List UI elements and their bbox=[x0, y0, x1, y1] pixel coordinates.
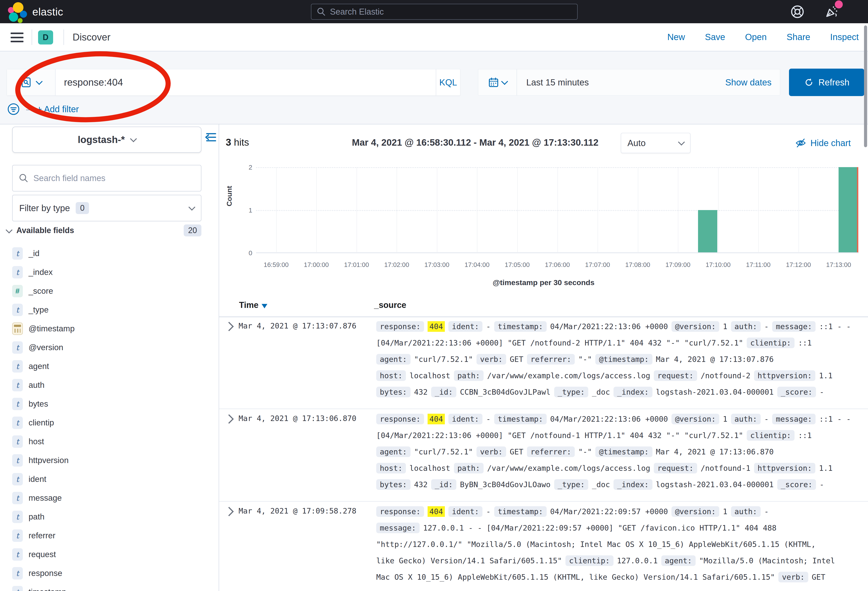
field-name: response bbox=[28, 569, 62, 578]
field-name: clientip bbox=[28, 418, 54, 427]
field-badge: _type: bbox=[554, 479, 589, 490]
field-name: @timestamp bbox=[28, 324, 75, 333]
field-item-_score[interactable]: #_score bbox=[12, 282, 211, 300]
field-item-referrer[interactable]: treferrer bbox=[12, 526, 211, 545]
field-badge: httpversion: bbox=[754, 463, 816, 473]
nav-action-new[interactable]: New bbox=[667, 32, 685, 42]
collapse-sidebar-icon[interactable] bbox=[204, 131, 217, 144]
field-value: /notfound-2 bbox=[701, 371, 750, 380]
field-item-clientip[interactable]: tclientip bbox=[12, 413, 211, 432]
highlighted-value: 404 bbox=[428, 506, 444, 517]
text-type-icon: t bbox=[12, 398, 23, 410]
text-type-icon: t bbox=[12, 266, 23, 278]
field-value: 1 bbox=[723, 415, 727, 423]
elastic-brand: elastic bbox=[6, 1, 63, 22]
field-search-box[interactable] bbox=[12, 165, 201, 192]
help-icon[interactable] bbox=[790, 4, 805, 19]
field-name: host bbox=[28, 437, 44, 446]
field-item-request[interactable]: trequest bbox=[12, 545, 211, 564]
query-input[interactable]: response:404 bbox=[56, 77, 436, 88]
field-item-timestamp[interactable]: ttimestamp bbox=[12, 582, 211, 591]
field-item-_id[interactable]: t_id bbox=[12, 244, 211, 263]
histogram-bar-17:09:30[interactable] bbox=[698, 210, 717, 253]
field-item-@version[interactable]: t@version bbox=[12, 338, 211, 357]
field-item-ident[interactable]: tident bbox=[12, 470, 211, 489]
field-item-@timestamp[interactable]: @timestamp bbox=[12, 319, 211, 338]
field-item-bytes[interactable]: tbytes bbox=[12, 394, 211, 413]
column-source: _source bbox=[374, 300, 406, 310]
newsfeed-icon[interactable] bbox=[824, 4, 839, 19]
nav-action-share[interactable]: Share bbox=[787, 32, 810, 42]
index-pattern-select[interactable]: logstash-* bbox=[12, 127, 201, 153]
row-timestamp: Mar 4, 2021 @ 17:13:06.870 bbox=[239, 414, 356, 423]
expand-row-icon[interactable] bbox=[224, 414, 234, 424]
field-search-input[interactable] bbox=[33, 174, 195, 183]
field-name: path bbox=[28, 512, 44, 522]
page-title: Discover bbox=[72, 32, 111, 43]
time-range-value[interactable]: Last 15 minutes bbox=[526, 77, 589, 87]
field-item-_index[interactable]: t_index bbox=[12, 263, 211, 282]
field-item-path[interactable]: tpath bbox=[12, 507, 211, 526]
expand-row-icon[interactable] bbox=[224, 507, 234, 516]
text-type-icon: t bbox=[12, 511, 23, 523]
field-item-_type[interactable]: t_type bbox=[12, 300, 211, 319]
field-value: 1 bbox=[723, 322, 727, 331]
available-fields-header[interactable]: Available fields 20 bbox=[7, 225, 206, 236]
field-badge: auth: bbox=[731, 414, 761, 424]
filter-bar: – + Add filter bbox=[7, 102, 79, 116]
field-value: 432 bbox=[414, 480, 428, 489]
histogram-chart[interactable]: Count @timestamp per 30 seconds 01216:59… bbox=[219, 155, 868, 293]
nav-action-open[interactable]: Open bbox=[745, 32, 767, 42]
interval-select[interactable]: Auto bbox=[621, 133, 691, 153]
add-filter-link[interactable]: + Add filter bbox=[37, 104, 79, 114]
field-item-auth[interactable]: tauth bbox=[12, 375, 211, 394]
global-header: elastic bbox=[0, 0, 868, 23]
field-value: "curl/7.52.1" bbox=[414, 355, 473, 363]
expand-row-icon[interactable] bbox=[224, 322, 234, 331]
query-bar[interactable]: response:404 KQL bbox=[7, 69, 461, 96]
chevron-down-icon bbox=[501, 78, 508, 85]
global-search-box[interactable] bbox=[311, 4, 578, 20]
field-item-httpversion[interactable]: thttpversion bbox=[12, 451, 211, 470]
x-tick-label: 17:02:00 bbox=[384, 261, 409, 269]
field-value: localhost bbox=[409, 371, 450, 380]
chevron-down-icon bbox=[130, 135, 137, 142]
column-time[interactable]: Time bbox=[239, 300, 267, 310]
nav-action-save[interactable]: Save bbox=[705, 32, 725, 42]
gridline bbox=[357, 167, 357, 253]
global-search-input[interactable] bbox=[330, 7, 572, 16]
field-badge: response: bbox=[376, 506, 424, 517]
filter-by-type[interactable]: Filter by type 0 bbox=[12, 195, 201, 222]
show-dates-link[interactable]: Show dates bbox=[725, 77, 772, 87]
scrollbar-thumb[interactable] bbox=[864, 25, 867, 147]
field-badge: @version: bbox=[672, 506, 719, 517]
query-language-button[interactable]: KQL bbox=[436, 69, 460, 95]
saved-query-menu[interactable] bbox=[7, 69, 56, 95]
hide-chart-link[interactable]: Hide chart bbox=[796, 138, 851, 148]
scrollbar[interactable] bbox=[863, 0, 868, 591]
field-value: logstash-2021.03.04-000001 bbox=[656, 480, 774, 489]
histogram-bar-17:13:00[interactable] bbox=[838, 167, 858, 252]
navbar: D Discover NewSaveOpenShareInspect bbox=[0, 23, 868, 51]
field-name: _score bbox=[28, 287, 53, 296]
field-badge: auth: bbox=[731, 506, 761, 517]
text-type-icon: t bbox=[12, 435, 23, 448]
refresh-button[interactable]: Refresh bbox=[789, 69, 864, 96]
field-item-host[interactable]: thost bbox=[12, 432, 211, 451]
date-quick-menu[interactable] bbox=[478, 69, 517, 95]
gridline bbox=[718, 167, 719, 253]
field-badge: host: bbox=[376, 370, 406, 381]
search-icon bbox=[18, 173, 28, 183]
menu-icon[interactable] bbox=[10, 33, 24, 42]
nav-action-inspect[interactable]: Inspect bbox=[830, 32, 859, 42]
field-value: logstash-2021.03.04-000001 bbox=[656, 387, 774, 396]
type-filter-count-badge: 0 bbox=[76, 202, 89, 214]
field-item-agent[interactable]: tagent bbox=[12, 357, 211, 375]
field-badge: message: bbox=[772, 414, 816, 424]
field-item-message[interactable]: tmessage bbox=[12, 489, 211, 507]
x-tick-label: 17:06:00 bbox=[545, 261, 570, 269]
field-item-response[interactable]: tresponse bbox=[12, 564, 211, 582]
space-avatar[interactable]: D bbox=[38, 30, 53, 44]
field-value: - bbox=[819, 387, 824, 396]
filter-icon[interactable] bbox=[7, 102, 21, 116]
